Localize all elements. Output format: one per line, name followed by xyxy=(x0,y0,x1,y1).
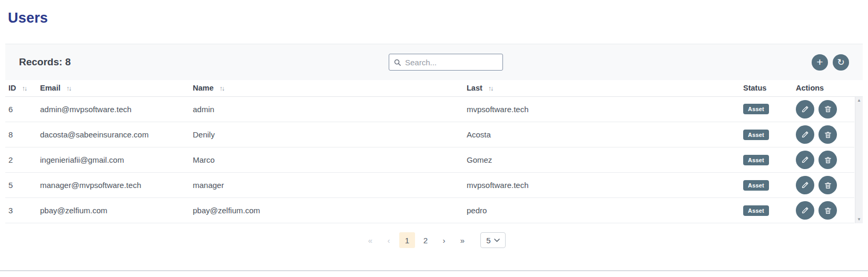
cell-name: pbay@zelfium.com xyxy=(190,198,463,223)
cell-actions xyxy=(793,173,854,198)
table-scrollbar[interactable]: ▲ ▼ xyxy=(855,97,863,224)
page-title: Users xyxy=(8,10,868,26)
cell-status: Asset xyxy=(740,173,793,198)
cell-id: 3 xyxy=(5,198,37,223)
cell-id: 8 xyxy=(5,122,37,147)
column-header-name[interactable]: Name ↑↓ xyxy=(190,80,463,96)
table-row: 2 ingenieriafii@gmail.com Marco Gomez As… xyxy=(5,147,854,173)
cell-last: mvpsoftware.tech xyxy=(463,97,740,122)
cell-status: Asset xyxy=(740,147,793,173)
page-header: Users xyxy=(0,0,868,44)
table-header: ID ↑↓ Email ↑↓ Name ↑↓ Last ↑↓ Status xyxy=(5,80,863,97)
page-size-value: 5 xyxy=(486,236,490,245)
cell-last: mvpsoftware.tech xyxy=(463,173,740,198)
table-row: 3 pbay@zelfium.com pbay@zelfium.com pedr… xyxy=(5,198,854,223)
trash-icon xyxy=(824,131,832,139)
delete-button[interactable] xyxy=(818,100,837,118)
table-body: 6 admin@mvpsoftware.tech admin mvpsoftwa… xyxy=(5,97,854,223)
cell-email: pbay@zelfium.com xyxy=(37,198,190,223)
pencil-icon xyxy=(801,206,810,215)
paginator: « ‹ 1 2 › » 5 xyxy=(362,232,506,248)
next-page-button[interactable]: › xyxy=(436,232,452,248)
column-header-status: Status xyxy=(740,80,793,96)
users-card: Records: 8 + ↻ ID xyxy=(5,44,863,271)
cell-last: Acosta xyxy=(463,122,740,147)
cell-email: ingenieriafii@gmail.com xyxy=(37,147,190,173)
search-input[interactable] xyxy=(405,58,510,67)
cell-last: Gomez xyxy=(463,147,740,173)
refresh-icon: ↻ xyxy=(837,57,844,68)
cell-actions xyxy=(793,97,854,122)
scroll-down-icon[interactable]: ▼ xyxy=(855,216,863,223)
cell-name: Denily xyxy=(190,122,463,147)
sort-icon: ↑↓ xyxy=(22,85,27,92)
delete-button[interactable] xyxy=(818,176,837,194)
column-header-id[interactable]: ID ↑↓ xyxy=(5,80,37,96)
table-row: 6 admin@mvpsoftware.tech admin mvpsoftwa… xyxy=(5,97,854,122)
plus-icon: + xyxy=(816,56,823,67)
sort-icon: ↑↓ xyxy=(66,85,71,92)
first-page-button[interactable]: « xyxy=(362,232,378,248)
trash-icon xyxy=(824,156,832,164)
delete-button[interactable] xyxy=(818,151,837,169)
sort-icon: ↑↓ xyxy=(488,85,493,92)
page-button-2[interactable]: 2 xyxy=(418,232,433,248)
toolbar-actions: + ↻ xyxy=(812,54,849,71)
records-count: Records: 8 xyxy=(19,56,71,68)
prev-page-button[interactable]: ‹ xyxy=(381,232,397,248)
edit-button[interactable] xyxy=(796,176,814,194)
status-badge: Asset xyxy=(743,155,769,165)
status-badge: Asset xyxy=(743,205,769,216)
add-record-button[interactable]: + xyxy=(812,54,828,71)
cell-email: dacosta@sabeeinsurance.com xyxy=(37,122,190,147)
edit-button[interactable] xyxy=(796,151,814,169)
bottom-divider xyxy=(0,270,868,271)
cell-actions xyxy=(793,198,854,223)
search-box xyxy=(389,54,503,71)
cell-id: 6 xyxy=(5,97,37,122)
cell-status: Asset xyxy=(740,198,793,223)
last-page-button[interactable]: » xyxy=(455,232,470,248)
status-badge: Asset xyxy=(743,180,769,191)
status-badge: Asset xyxy=(743,130,769,140)
table-body-zone: 6 admin@mvpsoftware.tech admin mvpsoftwa… xyxy=(5,97,863,224)
cell-last: pedro xyxy=(463,198,740,223)
edit-button[interactable] xyxy=(796,125,814,144)
chevron-down-icon xyxy=(494,239,500,242)
pencil-icon xyxy=(801,130,810,139)
table-row: 8 dacosta@sabeeinsurance.com Denily Acos… xyxy=(5,122,854,147)
cell-email: manager@mvpsoftware.tech xyxy=(37,173,190,198)
delete-button[interactable] xyxy=(818,125,837,144)
scroll-up-icon[interactable]: ▲ xyxy=(855,97,863,104)
pencil-icon xyxy=(801,105,810,114)
cell-id: 5 xyxy=(5,173,37,198)
pencil-icon xyxy=(801,155,810,164)
paginator-zone: « ‹ 1 2 › » 5 xyxy=(5,223,863,271)
cell-status: Asset xyxy=(740,97,793,122)
cell-id: 2 xyxy=(5,147,37,173)
column-header-email[interactable]: Email ↑↓ xyxy=(37,80,190,96)
cell-email: admin@mvpsoftware.tech xyxy=(37,97,190,122)
cell-name: manager xyxy=(190,173,463,198)
table-row: 5 manager@mvpsoftware.tech manager mvpso… xyxy=(5,173,854,198)
refresh-button[interactable]: ↻ xyxy=(833,54,849,71)
edit-button[interactable] xyxy=(796,100,814,118)
status-badge: Asset xyxy=(743,104,769,114)
delete-button[interactable] xyxy=(818,201,837,220)
trash-icon xyxy=(824,181,832,190)
page-size-select[interactable]: 5 xyxy=(480,232,506,248)
search-icon xyxy=(393,58,401,66)
column-header-actions: Actions xyxy=(793,80,863,96)
column-header-last[interactable]: Last ↑↓ xyxy=(463,80,740,96)
pencil-icon xyxy=(801,181,810,190)
cell-status: Asset xyxy=(740,122,793,147)
sort-icon: ↑↓ xyxy=(220,85,224,92)
cell-actions xyxy=(793,147,854,173)
cell-name: Marco xyxy=(190,147,463,173)
edit-button[interactable] xyxy=(796,201,814,220)
trash-icon xyxy=(824,206,832,215)
cell-actions xyxy=(793,122,854,147)
cell-name: admin xyxy=(190,97,463,122)
trash-icon xyxy=(824,105,832,113)
page-button-1[interactable]: 1 xyxy=(399,232,415,248)
